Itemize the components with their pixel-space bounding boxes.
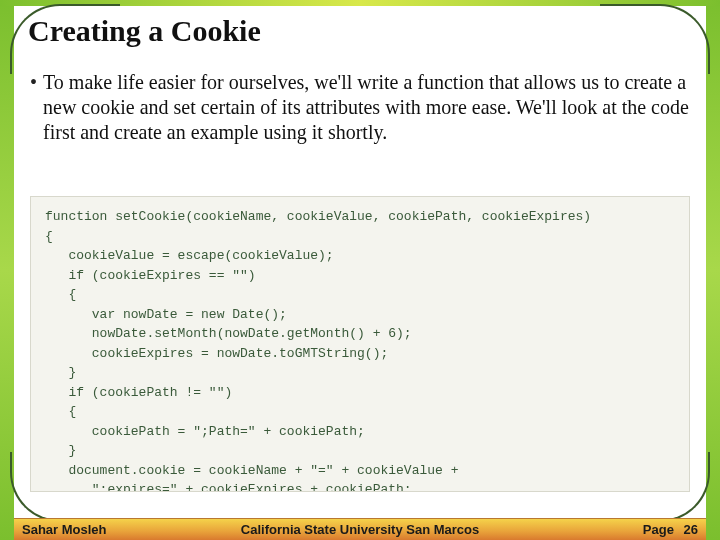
bullet-marker: • (30, 70, 37, 94)
bullet-item: • To make life easier for ourselves, we'… (30, 70, 690, 145)
slide-title: Creating a Cookie (28, 14, 261, 48)
footer-institution: California State University San Marcos (241, 522, 479, 537)
footer-page-number: 26 (684, 522, 698, 537)
footer-author: Sahar Mosleh (22, 522, 107, 537)
footer-page-label: Page (643, 522, 674, 537)
code-block: function setCookie(cookieName, cookieVal… (30, 196, 690, 492)
slide: Creating a Cookie • To make life easier … (0, 0, 720, 540)
decor-corner-tr (600, 4, 710, 74)
footer-page: Page 26 (643, 522, 698, 537)
slide-body: • To make life easier for ourselves, we'… (30, 70, 690, 145)
bullet-text: To make life easier for ourselves, we'll… (43, 70, 690, 145)
